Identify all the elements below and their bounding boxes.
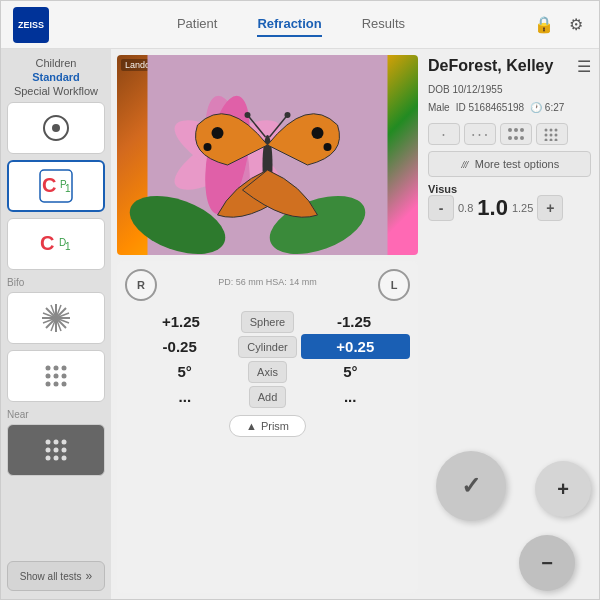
axis-left-value[interactable]: 5° [291,359,410,384]
svg-point-43 [212,127,224,139]
bifo-label: Bifo [7,277,105,288]
settings-icon[interactable]: ⚙ [565,14,587,36]
svg-point-30 [54,448,59,453]
svg-point-25 [62,382,67,387]
sidebar-btn-starburst[interactable] [7,292,105,344]
svg-text:C: C [40,232,54,254]
lock-icon[interactable]: 🔒 [533,14,555,36]
patient-header: DeForest, Kelley ☰ [428,57,591,76]
add-label-btn[interactable]: Add [249,386,287,408]
confirm-btn[interactable]: ✓ [436,451,506,521]
axis-label-btn[interactable]: Axis [248,361,287,383]
visus-row: - 0.8 1.0 1.25 + [428,195,591,221]
cylinder-label-btn[interactable]: Cylinder [238,336,296,358]
standard-label[interactable]: Standard [7,71,105,83]
svg-point-50 [285,112,291,118]
center-panel: Landolt Rings [111,49,424,599]
prism-up-icon: ▲ [246,420,257,432]
sidebar-btn-dots[interactable] [7,350,105,402]
svg-point-1 [52,124,60,132]
dot-grid-btn-3[interactable] [500,123,532,145]
dot-grid-btn-4[interactable] [536,123,568,145]
nav-tabs: Patient Refraction Results [49,12,533,37]
control-area: ✓ + − [428,451,591,591]
prism-btn[interactable]: ▲ Prism [229,415,306,437]
more-options-icon: ⫻ [460,158,471,170]
dot-grid-row: • • • • [428,123,591,145]
svg-point-27 [54,440,59,445]
butterfly-svg: ● [117,55,418,255]
svg-text:C: C [42,174,56,196]
svg-point-18 [54,366,59,371]
eye-row: R PD: 56 mm HSA: 14 mm L [125,269,410,301]
dot-grid-btn-2[interactable]: • • • [464,123,496,145]
svg-point-55 [508,128,512,132]
svg-point-32 [46,456,51,461]
svg-point-22 [62,374,67,379]
svg-point-24 [54,382,59,387]
svg-point-46 [324,143,332,151]
axis-right-value[interactable]: 5° [125,359,244,384]
children-label: Children [7,57,105,69]
decrement-btn[interactable]: − [519,535,575,591]
app-container: ZEISS Patient Refraction Results 🔒 ⚙ Chi… [0,0,600,600]
svg-point-66 [555,134,558,137]
sidebar: Children Standard Special Workflow C P 1 [1,49,111,599]
sidebar-btn-cd1[interactable]: C D 1 [7,218,105,270]
show-all-tests-btn[interactable]: Show all tests » [7,561,105,591]
svg-point-60 [520,136,524,140]
cylinder-left-value[interactable]: +0.25 [301,334,410,359]
svg-point-63 [555,129,558,132]
visus-minus-btn[interactable]: - [428,195,454,221]
svg-point-62 [550,129,553,132]
svg-point-58 [508,136,512,140]
dot-grid-btn-1[interactable]: • [428,123,460,145]
butterfly-image: Landolt Rings [117,55,418,255]
sidebar-btn-cp1[interactable]: C P 1 [7,160,105,212]
patient-gender: Male [428,102,450,113]
left-eye-circle: L [378,269,410,301]
svg-point-28 [62,440,67,445]
svg-point-48 [245,112,251,118]
right-eye-circle: R [125,269,157,301]
svg-point-20 [46,374,51,379]
sphere-row: +1.25 Sphere -1.25 [125,309,410,334]
svg-point-59 [514,136,518,140]
sphere-label-btn[interactable]: Sphere [241,311,294,333]
sphere-left-value[interactable]: -1.25 [298,309,410,334]
axis-row: 5° Axis 5° [125,359,410,384]
tab-results[interactable]: Results [362,12,405,37]
svg-point-45 [204,143,212,151]
visus-high-val: 1.25 [512,202,533,214]
patient-dob: DOB 10/12/1955 [428,84,591,95]
add-left-value[interactable]: ... [290,384,410,409]
svg-text:1: 1 [65,183,71,194]
sphere-right-value[interactable]: +1.25 [125,309,237,334]
tab-patient[interactable]: Patient [177,12,217,37]
svg-text:1: 1 [65,241,71,252]
patient-id-row: Male ID 5168465198 🕐 6:27 [428,102,591,113]
visus-main-val: 1.0 [477,195,508,221]
increment-btn[interactable]: + [535,461,591,517]
add-row: ... Add ... [125,384,410,409]
top-nav: ZEISS Patient Refraction Results 🔒 ⚙ [1,1,599,49]
visus-plus-btn[interactable]: + [537,195,563,221]
visus-low-val: 0.8 [458,202,473,214]
add-right-value[interactable]: ... [125,384,245,409]
svg-point-29 [46,448,51,453]
pd-info: PD: 56 mm HSA: 14 mm [218,277,317,287]
svg-point-26 [46,440,51,445]
patient-menu-icon[interactable]: ☰ [577,57,591,76]
sidebar-btn-dark-dots[interactable] [7,424,105,476]
svg-point-61 [545,129,548,132]
more-options-btn[interactable]: ⫻ More test options [428,151,591,177]
prism-label: Prism [261,420,289,432]
patient-name: DeForest, Kelley [428,57,553,75]
nav-icons: 🔒 ⚙ [533,14,587,36]
show-all-label: Show all tests [20,571,82,582]
tab-refraction[interactable]: Refraction [257,12,321,37]
sidebar-btn-bullseye[interactable] [7,102,105,154]
patient-id: ID 5168465198 [456,102,524,113]
svg-point-68 [550,139,553,142]
cylinder-right-value[interactable]: -0.25 [125,334,234,359]
